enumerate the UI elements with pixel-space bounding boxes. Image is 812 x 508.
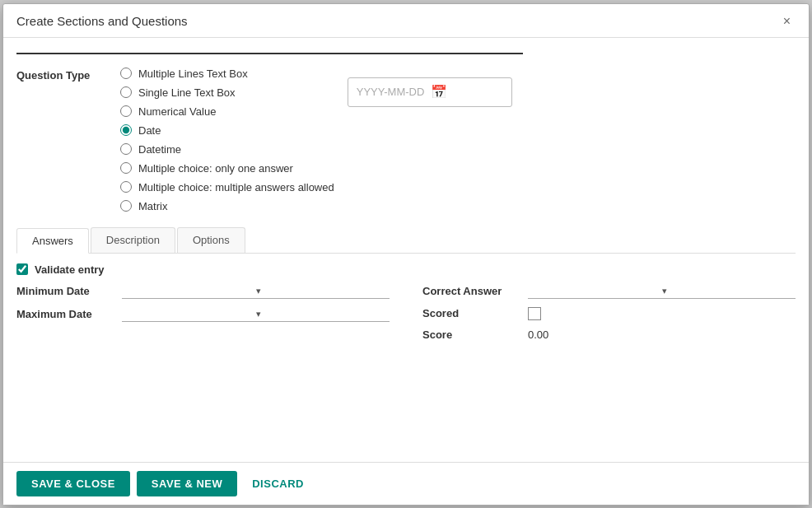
correct-answer-label: Correct Answer — [422, 285, 521, 297]
radio-label-date: Date — [138, 124, 161, 137]
radio-item-mc-multi[interactable]: Multiple choice: multiple answers allowe… — [120, 181, 334, 193]
validate-entry-checkbox[interactable] — [16, 263, 28, 275]
radio-datetime[interactable] — [120, 143, 132, 155]
radio-item-matrix[interactable]: Matrix — [120, 200, 334, 212]
radio-item-date[interactable]: Date — [120, 124, 334, 137]
correct-answer-select[interactable]: ▾ — [528, 284, 796, 299]
scored-label: Scored — [422, 307, 521, 319]
tabs-section: Answers Description Options — [16, 227, 796, 254]
radio-label-mc-multi: Multiple choice: multiple answers allowe… — [138, 181, 334, 193]
minimum-date-arrow-icon: ▾ — [256, 286, 390, 296]
radio-label-multiple-lines: Multiple Lines Text Box — [138, 68, 248, 80]
date-preview: YYYY-MM-DD 📅 — [348, 77, 512, 107]
correct-answer-row: Correct Answer ▾ — [422, 284, 796, 299]
tab-description[interactable]: Description — [91, 227, 175, 253]
maximum-date-select[interactable]: ▾ — [122, 307, 390, 322]
date-placeholder-text: YYYY-MM-DD — [357, 86, 425, 98]
minimum-date-row: Minimum Date ▾ — [16, 284, 390, 299]
save-close-button[interactable]: SAVE & CLOSE — [16, 471, 130, 496]
title-underline — [16, 53, 523, 54]
radio-mc-multi[interactable] — [120, 181, 132, 193]
maximum-date-arrow-icon: ▾ — [256, 309, 390, 319]
radio-item-mc-one[interactable]: Multiple choice: only one answer — [120, 162, 334, 175]
form-columns: Minimum Date ▾ Maximum Date ▾ — [16, 284, 796, 341]
tab-options[interactable]: Options — [177, 227, 245, 253]
discard-button[interactable]: DISCARD — [244, 471, 312, 496]
left-column: Minimum Date ▾ Maximum Date ▾ — [16, 284, 390, 341]
date-preview-area: YYYY-MM-DD 📅 — [348, 68, 796, 212]
score-value: 0.00 — [528, 329, 548, 341]
maximum-date-row: Maximum Date ▾ — [16, 307, 390, 322]
radio-numerical[interactable] — [120, 105, 132, 117]
radio-item-numerical[interactable]: Numerical Value — [120, 105, 334, 118]
create-sections-modal: Create Sections and Questions × Question… — [2, 3, 810, 506]
radio-matrix[interactable] — [120, 200, 132, 212]
tab-answers[interactable]: Answers — [16, 228, 89, 254]
correct-answer-arrow-icon: ▾ — [662, 286, 796, 296]
score-label: Score — [422, 329, 521, 341]
question-type-section: Question Type Multiple Lines Text Box Si… — [16, 68, 796, 212]
close-button[interactable]: × — [778, 12, 796, 30]
radio-mc-one[interactable] — [120, 162, 132, 174]
minimum-date-label: Minimum Date — [16, 285, 115, 297]
modal-header: Create Sections and Questions × — [3, 4, 809, 38]
save-new-button[interactable]: SAVE & NEW — [137, 471, 237, 496]
radio-list: Multiple Lines Text Box Single Line Text… — [120, 68, 334, 212]
radio-single-line[interactable] — [120, 86, 132, 98]
minimum-date-select[interactable]: ▾ — [122, 284, 390, 299]
maximum-date-label: Maximum Date — [16, 308, 115, 320]
tab-content-answers: Validate entry Minimum Date ▾ Maximum Da… — [16, 254, 796, 351]
modal-footer: SAVE & CLOSE SAVE & NEW DISCARD — [3, 462, 809, 505]
scored-checkbox[interactable] — [528, 307, 541, 320]
score-row: Score 0.00 — [422, 329, 796, 341]
validate-row: Validate entry — [16, 263, 796, 276]
radio-label-mc-one: Multiple choice: only one answer — [138, 162, 293, 175]
radio-label-numerical: Numerical Value — [138, 105, 216, 118]
validate-entry-label: Validate entry — [35, 263, 105, 276]
scored-row: Scored — [422, 307, 796, 320]
radio-item-single-line[interactable]: Single Line Text Box — [120, 86, 334, 99]
radio-label-datetime: Datetime — [138, 143, 181, 156]
radio-label-matrix: Matrix — [138, 200, 167, 212]
radio-multiple-lines[interactable] — [120, 68, 132, 79]
right-column: Correct Answer ▾ Scored Score 0.00 — [422, 284, 796, 341]
radio-label-single-line: Single Line Text Box — [138, 86, 236, 99]
radio-date[interactable] — [120, 124, 132, 136]
modal-body: Question Type Multiple Lines Text Box Si… — [3, 38, 809, 462]
calendar-icon: 📅 — [431, 84, 447, 100]
modal-title: Create Sections and Questions — [16, 14, 188, 28]
question-type-label: Question Type — [16, 69, 107, 212]
radio-item-datetime[interactable]: Datetime — [120, 143, 334, 156]
radio-item-multiple-lines[interactable]: Multiple Lines Text Box — [120, 68, 334, 80]
